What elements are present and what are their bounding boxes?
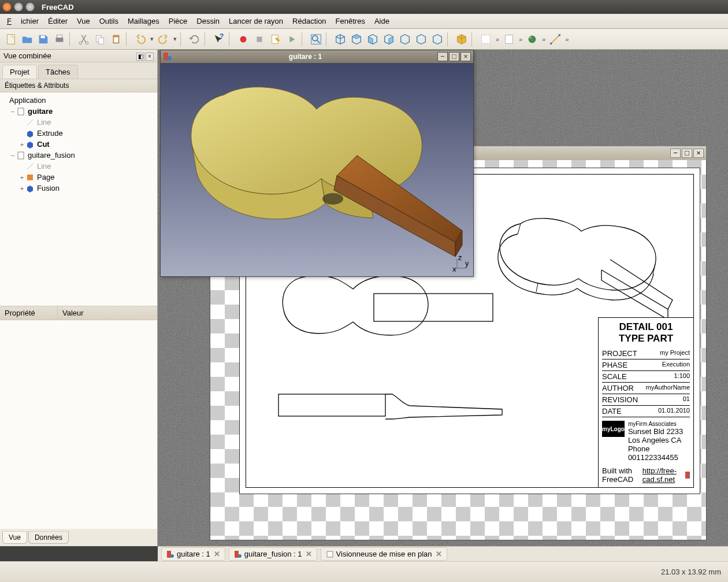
menu-file[interactable]: Fichier (2, 14, 43, 28)
menu-draft[interactable]: Rédaction (288, 14, 331, 28)
combo-view-panel: Vue combinée ◧× Projet Tâches Étiquettes… (0, 50, 158, 546)
overflow-4-icon[interactable]: » (564, 36, 570, 43)
svg-rect-3 (57, 35, 62, 38)
fusion-icon (25, 184, 35, 193)
tab-data[interactable]: Données (28, 531, 69, 544)
menu-view[interactable]: Vue (72, 14, 95, 28)
redo-dropdown-icon[interactable]: ▾ (172, 35, 178, 43)
property-panel[interactable] (0, 320, 157, 529)
panel-close-button[interactable]: × (146, 53, 154, 61)
expander-icon[interactable]: − (9, 152, 16, 159)
subwindow-maximize-button[interactable]: □ (682, 149, 692, 158)
tree-doc-guitare[interactable]: −guitare (0, 106, 157, 117)
view-bottom-button[interactable] (414, 32, 429, 47)
draft-page-button[interactable] (502, 32, 517, 47)
tree-item-extrude[interactable]: Extrude (0, 128, 157, 139)
print-button[interactable] (52, 32, 67, 47)
subwindow-close-button[interactable]: × (693, 149, 704, 158)
macro-play-button[interactable] (284, 32, 299, 47)
overflow-1-icon[interactable]: » (495, 36, 500, 43)
titleblock-row-scale: SCALE1:100 (602, 371, 690, 383)
tree-item-page[interactable]: +Page (0, 172, 157, 183)
cut-button[interactable] (76, 32, 91, 47)
titleblock-credit: Built with FreeCAD http://free-cad.sf.ne… (602, 466, 690, 484)
tab-project[interactable]: Projet (2, 65, 37, 79)
open-button[interactable] (20, 32, 35, 47)
tab-tasks[interactable]: Tâches (38, 65, 78, 79)
macro-record-button[interactable] (236, 32, 251, 47)
subwindow-maximize-button[interactable]: □ (449, 52, 459, 61)
subwindow-minimize-button[interactable]: − (437, 52, 448, 61)
overflow-3-icon[interactable]: » (541, 36, 547, 43)
freecad-icon (163, 52, 172, 61)
overflow-2-icon[interactable]: » (518, 36, 523, 43)
tab-close-icon[interactable]: ✕ (214, 550, 220, 558)
macro-stop-button[interactable] (252, 32, 267, 47)
tab-close-icon[interactable]: ✕ (436, 550, 442, 558)
view-front-button[interactable] (349, 32, 364, 47)
menu-mesh[interactable]: Maillages (123, 14, 164, 28)
tree-item-fusion[interactable]: +Fusion (0, 183, 157, 194)
window-minimize-button[interactable] (14, 2, 23, 12)
undo-button[interactable] (133, 32, 148, 47)
tree-item-line2[interactable]: Line (0, 161, 157, 172)
subwindow-close-button[interactable]: × (460, 52, 471, 61)
3d-window-titlebar[interactable]: guitare : 1 − □ × (161, 50, 473, 63)
panel-float-button[interactable]: ◧ (136, 53, 144, 61)
view-left-button[interactable] (430, 32, 445, 47)
doc-tab-guitare-fusion[interactable]: guitare_fusion : 1 ✕ (229, 547, 317, 561)
save-button[interactable] (36, 32, 51, 47)
doc-tab-drawing-viewer[interactable]: Visionneuse de mise en plan ✕ (321, 547, 447, 561)
doc-tab-guitare[interactable]: guitare : 1 ✕ (161, 547, 225, 561)
refresh-button[interactable] (187, 32, 202, 47)
model-tree[interactable]: Application −guitare Line Extrude +Cut −… (0, 92, 157, 306)
undo-dropdown-icon[interactable]: ▾ (149, 35, 155, 43)
svg-rect-25 (374, 294, 493, 321)
subwindow-minimize-button[interactable]: − (670, 149, 681, 158)
menu-ray[interactable]: Lancer de rayon (224, 14, 288, 28)
panel-title-label: Vue combinée (3, 51, 51, 60)
draft-line-button[interactable] (548, 32, 563, 47)
expander-icon[interactable]: + (18, 141, 25, 148)
expander-icon[interactable]: − (9, 108, 16, 115)
tree-doc-guitare-fusion[interactable]: −guitare_fusion (0, 150, 157, 161)
view-axo-button[interactable] (333, 32, 348, 47)
menu-edit[interactable]: Éditer (43, 14, 72, 28)
svg-point-21 (559, 34, 561, 36)
freecad-icon (685, 471, 690, 479)
menu-drawing[interactable]: Dessin (192, 14, 224, 28)
window-close-button[interactable] (2, 2, 12, 12)
window-maximize-button[interactable] (25, 2, 35, 12)
menu-help[interactable]: Aide (370, 14, 394, 28)
copy-button[interactable] (92, 32, 107, 47)
3d-viewport[interactable]: zyx (161, 63, 473, 276)
property-header: Propriété Valeur (0, 306, 157, 320)
tab-close-icon[interactable]: ✕ (306, 550, 312, 558)
menu-tools[interactable]: Outils (95, 14, 123, 28)
draft-placeholder-button[interactable] (478, 32, 493, 47)
menu-windows[interactable]: Fenêtres (331, 14, 370, 28)
svg-rect-7 (98, 38, 103, 44)
tree-root[interactable]: Application (0, 95, 157, 106)
tree-item-cut[interactable]: +Cut (0, 139, 157, 150)
3d-view-window[interactable]: guitare : 1 − □ × (160, 50, 474, 277)
expander-icon[interactable]: + (18, 185, 25, 192)
part-box-button[interactable] (454, 32, 469, 47)
view-rear-button[interactable] (398, 32, 413, 47)
app-title: FreeCAD (42, 3, 74, 12)
svg-point-11 (240, 36, 247, 42)
tab-view[interactable]: Vue (2, 531, 27, 544)
macro-edit-button[interactable] (268, 32, 283, 47)
tree-item-line[interactable]: Line (0, 117, 157, 128)
render-button[interactable] (525, 32, 540, 47)
whats-this-button[interactable]: ? (211, 32, 226, 47)
svg-rect-24 (27, 175, 33, 180)
view-top-button[interactable] (365, 32, 380, 47)
new-document-button[interactable] (3, 32, 18, 47)
view-right-button[interactable] (381, 32, 396, 47)
menu-part[interactable]: Pièce (164, 14, 192, 28)
paste-button[interactable] (109, 32, 124, 47)
redo-button[interactable] (156, 32, 171, 47)
fit-view-button[interactable] (309, 32, 324, 47)
expander-icon[interactable]: + (18, 174, 25, 181)
